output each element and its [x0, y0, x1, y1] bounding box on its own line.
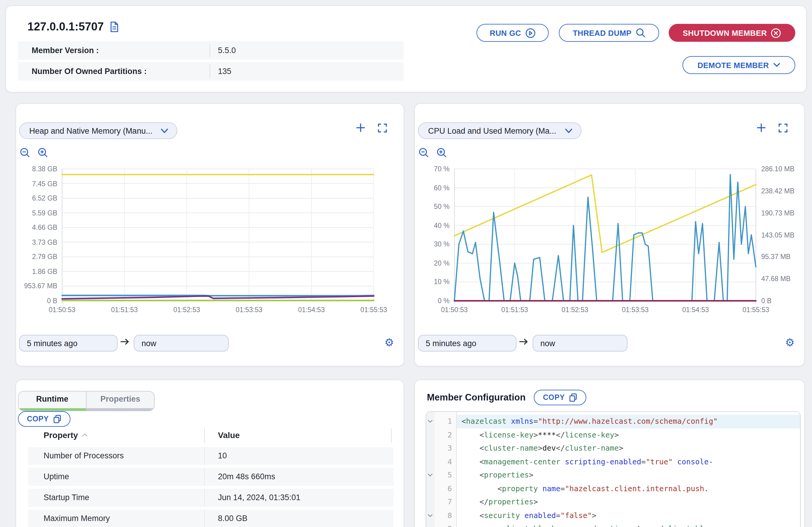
x-axis-tick-label: 01:54:53 [290, 306, 332, 314]
y-axis-tick-label: 40 % [408, 221, 450, 230]
zoom-in-icon[interactable] [436, 147, 447, 158]
code-fold-gutter [426, 412, 435, 527]
time-from-value: 5 minutes ago [27, 339, 78, 348]
y2-axis-tick-label: 95.37 MB [761, 253, 791, 261]
zoom-out-icon[interactable] [20, 147, 30, 158]
chart-metric-select[interactable]: CPU Load and Used Memory (Ma... [418, 122, 581, 139]
value-cell: 20m 48s 660ms [218, 472, 275, 481]
chevron-down-icon [161, 128, 169, 133]
y-axis-tick-label: 50 % [408, 202, 450, 211]
y-axis-tick-label: 20 % [408, 259, 450, 267]
time-range-to-input[interactable]: now [533, 335, 627, 352]
line-number: 6 [448, 482, 452, 495]
column-property[interactable]: Property [44, 430, 87, 440]
heap-memory-chart-card: Heap and Native Memory (Manu... 5 minute… [16, 103, 404, 366]
line-number: 1 [448, 415, 452, 428]
line-number: 7 [448, 495, 452, 509]
time-range-from-input[interactable]: 5 minutes ago [19, 335, 118, 352]
time-to-value: now [142, 339, 156, 348]
add-chart-icon[interactable] [356, 123, 365, 132]
demote-member-button[interactable]: DEMOTE MEMBER [682, 56, 795, 74]
line-number: 3 [448, 442, 452, 455]
chart-settings-gear-icon[interactable]: ⚙ [385, 334, 394, 351]
code-line: <properties> [457, 469, 800, 482]
y2-axis-tick-label: 286.10 MB [761, 165, 794, 173]
property-cell: Number of Processors [44, 451, 124, 460]
chart-metric-select[interactable]: Heap and Native Memory (Manu... [19, 122, 178, 139]
code-line: <client-block-unmapped-actions>true</cli… [457, 522, 800, 527]
table-row: Number of Processors10 [28, 447, 393, 465]
chart-svg [62, 169, 374, 301]
chart-plot[interactable] [62, 169, 374, 301]
chart-settings-gear-icon[interactable]: ⚙ [785, 334, 795, 351]
zoom-out-icon[interactable] [419, 147, 429, 158]
line-number: 2 [448, 428, 452, 442]
column-value: Value [218, 430, 240, 440]
y-axis-tick-label: 10 % [408, 278, 450, 286]
y2-axis-tick-label: 143.05 MB [761, 231, 794, 239]
member-header-card: 127.0.0.1:5707 Member Version :5.5.0Numb… [5, 5, 807, 92]
copy-runtime-button[interactable]: COPY [18, 411, 70, 427]
column-divider [204, 510, 205, 527]
series-used-memory [454, 175, 756, 252]
runtime-panel-card: Runtime Properties COPY Property Value N… [16, 380, 404, 527]
thread-dump-label: THREAD DUMP [573, 28, 632, 37]
configuration-code-editor[interactable]: 123456789 <hazelcast xmlns="http://www.h… [426, 411, 801, 527]
fullscreen-icon[interactable] [378, 123, 387, 132]
zoom-in-icon[interactable] [38, 147, 48, 158]
thread-dump-button[interactable]: THREAD DUMP [559, 24, 659, 42]
line-number: 9 [448, 522, 452, 527]
table-row: Maximum Memory8.00 GB [28, 510, 393, 527]
cpu-memory-chart-card: CPU Load and Used Memory (Ma... 5 minute… [414, 103, 805, 366]
fold-chevron-icon[interactable] [427, 514, 433, 517]
time-range-to-input[interactable]: now [134, 335, 229, 352]
value-cell: 10 [218, 451, 227, 460]
add-chart-icon[interactable] [756, 123, 766, 132]
runtime-tabs: Runtime Properties [18, 391, 155, 411]
chevron-down-icon [565, 128, 572, 133]
y-axis-tick-label: 953.67 MB [16, 282, 57, 290]
column-divider [204, 468, 205, 486]
code-line: <license-key>****</license-key> [457, 428, 800, 442]
code-line: <security enabled="false"> [457, 509, 800, 522]
y2-axis-tick-label: 238.42 MB [761, 187, 794, 195]
time-from-value: 5 minutes ago [426, 339, 476, 348]
line-number: 8 [448, 509, 452, 522]
y-axis-tick-label: 3.73 GB [16, 238, 57, 247]
chart-metric-value: Heap and Native Memory (Manu... [29, 126, 153, 135]
time-range-from-input[interactable]: 5 minutes ago [418, 335, 517, 352]
run-gc-label: RUN GC [490, 28, 521, 37]
y-axis-tick-label: 7.45 GB [16, 179, 57, 188]
info-label: Member Version : [32, 46, 99, 55]
chart-plot[interactable] [454, 169, 756, 301]
chart-svg [454, 169, 756, 301]
property-cell: Uptime [44, 472, 69, 481]
x-axis-tick-label: 01:52:53 [554, 306, 596, 314]
fullscreen-icon[interactable] [779, 123, 787, 132]
member-info-table: Member Version :5.5.0Number Of Owned Par… [18, 41, 404, 83]
line-number: 4 [448, 455, 452, 469]
column-divider [204, 447, 205, 465]
tab-runtime[interactable]: Runtime [18, 392, 86, 411]
y2-axis-tick-label: 47.68 MB [761, 275, 791, 283]
value-cell: Jun 14, 2024, 01:35:01 [218, 493, 300, 502]
info-value: 5.5.0 [218, 46, 236, 55]
column-property-label: Property [44, 430, 78, 440]
copy-configuration-button[interactable]: COPY [534, 390, 586, 405]
chevron-down-icon [773, 63, 780, 68]
fold-chevron-icon[interactable] [427, 473, 433, 477]
x-axis-tick-label: 01:55:53 [735, 306, 777, 314]
member-info-row: Number Of Owned Partitions :135 [18, 62, 404, 80]
fold-chevron-icon[interactable] [427, 420, 433, 423]
info-value: 135 [218, 67, 231, 76]
x-axis-tick-label: 01:50:53 [41, 306, 83, 314]
shutdown-member-button[interactable]: SHUTDOWN MEMBER [669, 24, 795, 42]
document-icon[interactable] [110, 21, 119, 32]
x-axis-tick-label: 01:54:53 [675, 306, 716, 314]
runtime-table-header: Property Value [28, 428, 393, 444]
code-line: <management-center scripting-enabled="tr… [457, 455, 800, 469]
member-address: 127.0.0.1:5707 [27, 20, 104, 33]
series-committed-heap [62, 295, 374, 296]
tab-properties[interactable]: Properties [86, 392, 154, 411]
run-gc-button[interactable]: RUN GC [476, 24, 549, 42]
